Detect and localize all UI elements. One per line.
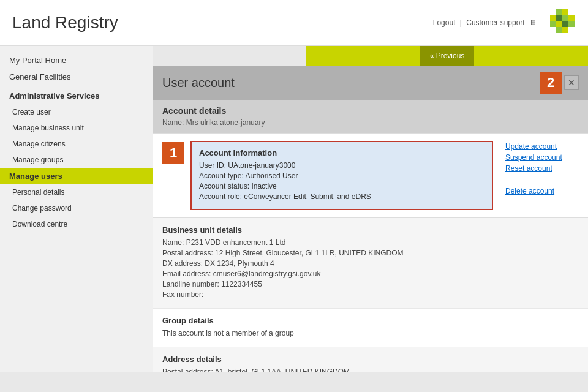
sidebar-item-manage-citizens[interactable]: Manage citizens <box>0 136 153 152</box>
sidebar-item-general-facilities[interactable]: General Facilities <box>0 69 153 85</box>
business-unit-fax: Fax number: <box>162 290 579 299</box>
account-details-section: Account details Name: Mrs ulrika atone-j… <box>153 100 588 134</box>
business-unit-email: Email address: cmuser6@landregistry.gsi.… <box>162 270 579 278</box>
step1-badge: 1 <box>162 142 184 164</box>
svg-rect-6 <box>550 21 556 27</box>
account-info-left: 1 Account information User ID: UAtone-ja… <box>162 141 493 210</box>
account-role: Account role: eConveyancer Edit, Submit,… <box>199 192 484 201</box>
sidebar-item-manage-business[interactable]: Manage business unit <box>0 120 153 136</box>
delete-account-button[interactable]: Delete account <box>505 187 579 195</box>
sidebar-item-manage-users[interactable]: Manage users <box>0 168 153 184</box>
sidebar-item-change-password[interactable]: Change password <box>0 200 153 216</box>
business-unit-dx: DX address: DX 1234, Plymouth 4 <box>162 259 579 268</box>
svg-rect-8 <box>562 21 568 27</box>
svg-rect-5 <box>568 15 575 21</box>
previous-button[interactable]: « Previous <box>420 46 475 66</box>
account-info-row: 1 Account information User ID: UAtone-ja… <box>153 134 588 218</box>
header-links: Logout | Customer support 🖥 <box>433 18 539 27</box>
svg-rect-7 <box>556 21 562 27</box>
svg-rect-3 <box>556 15 562 21</box>
land-registry-logo <box>545 7 576 38</box>
suspend-account-button[interactable]: Suspend account <box>505 153 579 162</box>
content-column: « Previous User account 2 ✕ Acco <box>153 46 588 372</box>
business-unit-section: Business unit details Name: P231 VDD enh… <box>153 218 588 309</box>
sidebar-item-administrative-services[interactable]: Administrative Services <box>0 85 153 104</box>
title-right: 2 ✕ <box>540 72 579 94</box>
account-type: Account type: Authorised User <box>199 172 484 180</box>
svg-rect-2 <box>550 15 556 21</box>
page-title: User account <box>162 76 235 90</box>
business-unit-name: Name: P231 VDD enhancement 1 Ltd <box>162 238 579 247</box>
account-info-box: Account information User ID: UAtone-janu… <box>190 141 493 210</box>
update-account-button[interactable]: Update account <box>505 142 579 151</box>
top-nav-bar: « Previous <box>306 46 588 66</box>
svg-rect-4 <box>562 15 568 21</box>
separator: | <box>460 18 462 27</box>
reset-account-button[interactable]: Reset account <box>505 164 579 173</box>
logo-title: Land Registry <box>12 13 118 32</box>
sidebar: My Portal Home General Facilities Admini… <box>0 46 153 372</box>
business-unit-landline: Landline number: 1122334455 <box>162 280 579 288</box>
account-details-title: Account details <box>162 106 579 116</box>
group-details-desc: This account is not a member of a group <box>162 329 579 337</box>
svg-rect-11 <box>562 27 568 33</box>
header: Land Registry Logout | Customer support … <box>0 0 588 46</box>
account-status: Account status: Inactive <box>199 182 484 190</box>
business-unit-title: Business unit details <box>162 225 579 235</box>
group-details-section: Group details This account is not a memb… <box>153 309 588 347</box>
sidebar-item-create-user[interactable]: Create user <box>0 104 153 120</box>
step1-area: 1 Account information User ID: UAtone-ja… <box>162 141 493 210</box>
address-details-section: Address details Postal address: A1, bris… <box>153 347 588 372</box>
svg-rect-1 <box>562 9 568 15</box>
logout-link[interactable]: Logout <box>433 18 456 27</box>
address-postal: Postal address: A1, bristol, GL1 1AA, UN… <box>162 368 579 372</box>
step-area: 2 ✕ <box>540 72 579 94</box>
step-badge: 2 <box>540 72 562 94</box>
account-name: Name: Mrs ulrika atone-january <box>162 118 579 127</box>
close-icon: ✕ <box>568 78 575 88</box>
sidebar-item-manage-groups[interactable]: Manage groups <box>0 152 153 168</box>
top-nav-inner: « Previous <box>306 46 588 66</box>
svg-rect-0 <box>556 9 562 15</box>
header-right: Logout | Customer support 🖥 <box>433 7 576 38</box>
main-layout: My Portal Home General Facilities Admini… <box>0 46 588 372</box>
customer-support-link[interactable]: Customer support <box>466 18 524 27</box>
close-button[interactable]: ✕ <box>564 75 579 90</box>
svg-rect-9 <box>568 21 575 27</box>
content-area: User account 2 ✕ Account details Name: M… <box>153 66 588 372</box>
svg-rect-10 <box>556 27 562 33</box>
account-user-id: User ID: UAtone-january3000 <box>199 161 484 170</box>
page-title-bar: User account 2 ✕ <box>153 66 588 100</box>
account-info-title: Account information <box>199 148 484 157</box>
account-actions: Update account Suspend account Reset acc… <box>505 141 579 210</box>
sidebar-item-my-portal-home[interactable]: My Portal Home <box>0 52 153 69</box>
address-details-title: Address details <box>162 355 579 364</box>
group-details-title: Group details <box>162 316 579 325</box>
sidebar-item-download-centre[interactable]: Download centre <box>0 216 153 232</box>
sidebar-item-personal-details[interactable]: Personal details <box>0 184 153 200</box>
business-unit-postal: Postal address: 12 High Street, Gloucest… <box>162 249 579 257</box>
monitor-icon: 🖥 <box>529 18 537 27</box>
